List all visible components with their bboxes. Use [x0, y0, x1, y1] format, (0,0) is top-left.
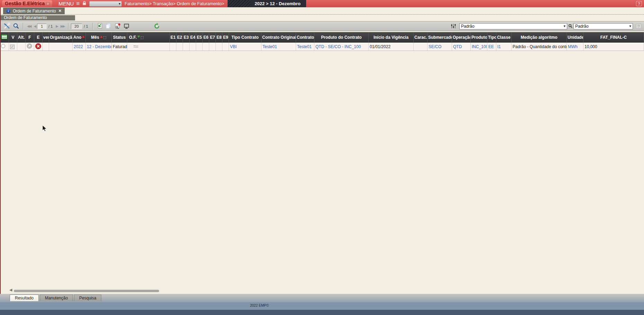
- bottom-tab-strip: Resultado Manutenção Pesquisa: [0, 294, 644, 302]
- operacao-link[interactable]: QTD: [453, 44, 462, 49]
- col-select-all[interactable]: [0, 32, 9, 43]
- col-e6[interactable]: E6: [203, 32, 209, 43]
- report-search-button[interactable]: ✱: [113, 22, 122, 30]
- col-e3[interactable]: E3: [183, 32, 190, 43]
- col-e[interactable]: E: [34, 32, 43, 43]
- tab-resultado[interactable]: Resultado: [10, 295, 39, 301]
- tools-button[interactable]: [2, 22, 11, 30]
- col-operacao[interactable]: Operação: [452, 32, 471, 43]
- col-of[interactable]: O.F.: [127, 32, 170, 43]
- col-alt[interactable]: Alt.: [17, 32, 26, 43]
- toolbar: ◀◀ ◀ / 1 ▶ ▶▶ / 1 ✱ Padrão ▾ Padrão ▾ ?: [0, 21, 644, 31]
- monitor-view-button[interactable]: [122, 22, 131, 30]
- col-unidade[interactable]: Unidade: [567, 32, 583, 43]
- go-icon[interactable]: [27, 43, 32, 49]
- sliders-icon[interactable]: [449, 22, 458, 30]
- prev-page-button[interactable]: ◀: [32, 24, 37, 28]
- ano-link[interactable]: 2022: [74, 44, 83, 49]
- col-ano[interactable]: Ano: [73, 32, 86, 43]
- unidade-link[interactable]: MWh: [568, 44, 578, 49]
- col-ver[interactable]: ver: [43, 32, 49, 43]
- mouse-cursor: [42, 125, 47, 132]
- horizontal-scrollbar-thumb[interactable]: [14, 290, 159, 292]
- export-button[interactable]: [95, 22, 104, 30]
- col-inicio-da-vigencia[interactable]: Início da Vigência: [369, 32, 414, 43]
- col-e8[interactable]: E8: [216, 32, 222, 43]
- row-radio[interactable]: [1, 44, 5, 48]
- cell-e2: [176, 43, 183, 51]
- col-mes[interactable]: Mês: [86, 32, 112, 43]
- copy-button-disabled[interactable]: [104, 22, 113, 30]
- page-input[interactable]: [37, 24, 47, 29]
- col-classe[interactable]: Classe: [496, 32, 512, 43]
- col-organizacao[interactable]: Organização: [49, 32, 73, 43]
- col-tipo[interactable]: Tipo: [487, 32, 496, 43]
- col-submercado[interactable]: Submercado: [427, 32, 452, 43]
- tab-manutencao[interactable]: Manutenção: [40, 295, 73, 301]
- contrato-link[interactable]: Teste01: [297, 44, 312, 49]
- col-e9[interactable]: E9: [222, 32, 229, 43]
- menu-button[interactable]: MENU ≡: [58, 0, 80, 7]
- cell-e8: [216, 43, 222, 51]
- first-page-button[interactable]: ◀◀: [26, 24, 32, 28]
- submercado-link[interactable]: SE/CO: [429, 44, 441, 49]
- page-total-label: / 1: [48, 24, 53, 28]
- tipo-contrato-link[interactable]: VBI: [230, 44, 237, 49]
- col-contrato[interactable]: Contrato: [296, 32, 314, 43]
- col-e5[interactable]: E5: [196, 32, 203, 43]
- mes-link[interactable]: 12 - Dezembro: [87, 44, 112, 49]
- next-page-button[interactable]: ▶: [54, 24, 59, 28]
- delete-icon[interactable]: [35, 43, 41, 49]
- refresh-button[interactable]: [153, 22, 162, 30]
- classe-link[interactable]: I1: [497, 44, 501, 49]
- col-e1[interactable]: E1: [170, 32, 176, 43]
- tipo-link[interactable]: EE: [488, 44, 494, 49]
- svg-text:✱: ✱: [118, 23, 121, 26]
- lock-icon[interactable]: [82, 1, 86, 7]
- menu-label: MENU: [58, 1, 74, 7]
- help-button[interactable]: ?: [636, 1, 642, 6]
- sort-asc-icon: [100, 36, 103, 38]
- tab-strip: i Ordem de Faturamento ✕: [0, 7, 644, 15]
- col-fat-final[interactable]: FAT_FINAL-C: [583, 32, 644, 43]
- scroll-left-arrow[interactable]: ◀: [9, 288, 12, 292]
- chevron-down-icon: ▾: [629, 24, 631, 28]
- signature-icon[interactable]: [133, 45, 139, 48]
- col-f[interactable]: F: [26, 32, 34, 43]
- col-produto[interactable]: Produto: [471, 32, 487, 43]
- produto-link[interactable]: INC_100: [472, 44, 487, 49]
- tab-label: Ordem de Faturamento: [13, 9, 56, 14]
- tab-ordem-de-faturamento[interactable]: i Ordem de Faturamento ✕: [3, 8, 65, 14]
- col-status[interactable]: Status: [112, 32, 127, 43]
- produto-do-contrato-link[interactable]: QTD - SE/CO - INC_100: [315, 44, 361, 49]
- col-tipo-contrato[interactable]: Tipo Contrato: [229, 32, 261, 43]
- row-checkbox-checked[interactable]: ✓: [10, 45, 15, 49]
- last-page-button[interactable]: ▶▶: [59, 24, 66, 28]
- breadcrumb[interactable]: Faturamento> Transação> Ordem de Faturam…: [125, 1, 224, 6]
- col-carac[interactable]: Carac.: [414, 32, 427, 43]
- filter-preset-select[interactable]: Padrão ▾: [573, 23, 633, 29]
- view-preset-select[interactable]: Padrão ▾: [459, 23, 567, 29]
- search-button[interactable]: [11, 22, 20, 30]
- close-icon[interactable]: ✕: [58, 9, 62, 13]
- col-e4[interactable]: E4: [190, 32, 196, 43]
- filter-search-icon: [567, 22, 573, 30]
- col-produto-do-contrato[interactable]: Produto do Contrato: [314, 32, 369, 43]
- pin-icon: [46, 2, 49, 5]
- table-header-row: V Alt. F E ver Organização Ano Mês Statu…: [0, 32, 644, 43]
- toolbar-help-button[interactable]: ?: [636, 24, 642, 29]
- inicio-vigencia-value: 01/01/2022: [370, 44, 390, 49]
- app-logo-button[interactable]: Gestão E.Elétrica: [2, 0, 52, 7]
- cell-e3: [183, 43, 190, 51]
- col-medicao-algoritmo[interactable]: Medição algoritmo: [512, 32, 567, 43]
- rows-per-page-input[interactable]: [71, 24, 82, 29]
- info-icon: i: [6, 9, 10, 13]
- cell-e6: [203, 43, 209, 51]
- tab-pesquisa[interactable]: Pesquisa: [74, 295, 101, 301]
- quick-select[interactable]: ▾: [89, 1, 122, 7]
- col-e7[interactable]: E7: [209, 32, 216, 43]
- col-v[interactable]: V: [9, 32, 17, 43]
- contrato-original-link[interactable]: Teste01: [263, 44, 277, 49]
- col-e2[interactable]: E2: [176, 32, 183, 43]
- col-contrato-original[interactable]: Contrato Original: [261, 32, 296, 43]
